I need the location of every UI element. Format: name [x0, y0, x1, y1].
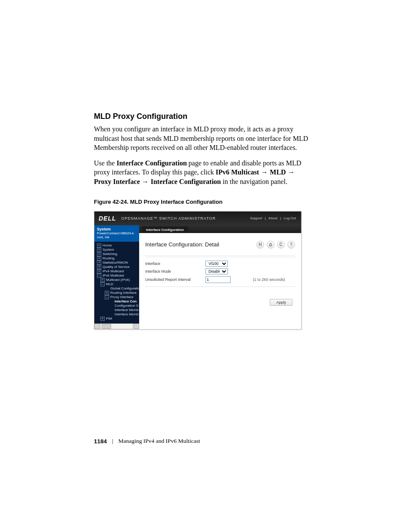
input-report-interval[interactable]: [206, 276, 230, 283]
tree-toggle-icon[interactable]: +: [97, 256, 101, 261]
help-icon[interactable]: ?: [287, 241, 295, 249]
tree-item-label: Global Configuratio: [110, 286, 139, 291]
row-report-interval: Unsolicited Report Interval (1 to 260 se…: [145, 275, 295, 284]
header-links: Support | About | Log Out: [249, 216, 297, 220]
tree-item-label: IPv4 Multicast: [103, 269, 124, 274]
link-logout[interactable]: Log Out: [283, 216, 297, 220]
tree-toggle-icon[interactable]: +: [97, 269, 101, 274]
refresh-icon[interactable]: C: [277, 241, 285, 249]
tree-item-label: Quality of Service: [103, 265, 130, 269]
tree-item[interactable]: +Quality of Service: [96, 265, 139, 269]
page-footer: 1184 | Managing IPv4 and IPv6 Multicast: [94, 438, 200, 445]
page-number: 1184: [94, 438, 107, 445]
action-icons: H ⎙ C ?: [256, 241, 295, 249]
panel-title: Interface Configuration: Detail: [145, 241, 219, 248]
tree-item[interactable]: Global Configuratio: [96, 286, 139, 291]
footer-separator: |: [112, 438, 113, 445]
nav-tree: =Home+System+Switching+Routing+Statistic…: [94, 242, 139, 324]
apply-button[interactable]: Apply: [270, 299, 293, 306]
paragraph-1: When you configure an interface in MLD p…: [94, 124, 309, 152]
system-title: System: [97, 227, 137, 231]
tree-item-label: Interface Memb: [115, 312, 139, 317]
row-interface-mode: Interface Mode Disable: [145, 268, 295, 275]
print-icon[interactable]: ⎙: [267, 241, 274, 249]
arrow-icon: →: [259, 168, 270, 176]
tree-toggle-icon[interactable]: +: [97, 252, 101, 256]
main-panel: Interface Configuration Interface Config…: [139, 225, 301, 329]
page-body: MLD Proxy Configuration When you configu…: [94, 112, 309, 330]
tree-item-label: PIM: [106, 317, 112, 321]
scroll-thumb[interactable]: [102, 324, 111, 329]
tree-item[interactable]: +Routing: [96, 256, 139, 261]
tree-item[interactable]: Interface Con: [96, 299, 139, 304]
tree-item[interactable]: Interface Memb: [96, 308, 139, 312]
tree-item[interactable]: -IPv6 Multicast: [96, 274, 139, 278]
select-interface-mode[interactable]: Disable: [206, 268, 228, 274]
row-interface: Interface Vl100: [145, 260, 295, 268]
tree-item-label: Switching: [103, 252, 117, 256]
divider: |: [264, 216, 267, 220]
tree-toggle-icon[interactable]: +: [97, 248, 101, 252]
system-device: PowerConnect M8024-k: [97, 231, 137, 235]
tab-interface-configuration[interactable]: Interface Configuration: [142, 227, 188, 233]
system-user: root, r/w: [97, 235, 137, 239]
tree-toggle-icon[interactable]: +: [100, 317, 105, 321]
tree-item[interactable]: +IPv4 Multicast: [96, 269, 139, 274]
bc4: Interface Configuration: [151, 178, 221, 185]
p2-a: Use the: [94, 159, 116, 167]
save-icon[interactable]: H: [256, 241, 264, 249]
arrow-icon: →: [140, 178, 151, 185]
bc3: Proxy Interface: [94, 178, 140, 185]
tree-item-label: Home: [103, 243, 112, 248]
tree-item[interactable]: +System: [96, 248, 139, 252]
tree-toggle-icon[interactable]: -: [100, 282, 105, 286]
divider: [145, 286, 295, 287]
tree-item[interactable]: +Multicast (IPv6): [96, 278, 139, 282]
tree-item[interactable]: Interface Memb: [96, 312, 139, 317]
select-interface[interactable]: Vl100: [206, 261, 228, 267]
tree-toggle-icon[interactable]: +: [100, 278, 105, 282]
tree-item[interactable]: Configuration S: [96, 304, 139, 308]
tree-item[interactable]: +Routing Interface: [96, 291, 139, 295]
tree-item[interactable]: +Statistics/RMON: [96, 261, 139, 265]
screenshot: DELL OPENMANAGE™ SWITCH ADMINISTRATOR Su…: [94, 211, 302, 330]
tree-toggle-icon[interactable]: +: [97, 265, 101, 269]
tree-item-label: Configuration S: [115, 304, 138, 308]
tree-toggle-icon[interactable]: -: [97, 274, 101, 278]
app-title: OPENMANAGE™ SWITCH ADMINISTRATOR: [121, 216, 216, 221]
link-about[interactable]: About: [268, 216, 278, 220]
p2-link: Interface Configuration: [116, 159, 187, 167]
tree-item-label: MLD: [106, 282, 113, 286]
tree-item-label: Routing: [103, 256, 115, 261]
bc2: MLD: [270, 168, 286, 176]
divider: [145, 255, 295, 256]
scroll-track[interactable]: [100, 324, 133, 329]
label-report-interval: Unsolicited Report Interval: [145, 277, 206, 282]
p2-c: in the navigation panel.: [221, 178, 287, 185]
bc1: IPv6 Multicast: [216, 168, 259, 176]
tree-item[interactable]: =Home: [96, 243, 139, 248]
scroll-left-icon[interactable]: ‹: [94, 324, 100, 329]
tree-toggle-icon[interactable]: =: [97, 243, 101, 248]
system-block: System PowerConnect M8024-k root, r/w: [94, 225, 139, 242]
tree-item-label: System: [103, 248, 114, 252]
paragraph-2: Use the Interface Configuration page to …: [94, 159, 309, 187]
tree-item[interactable]: -Proxy Interface: [96, 295, 139, 299]
tree-toggle-icon[interactable]: +: [105, 291, 109, 295]
sidebar: System PowerConnect M8024-k root, r/w =H…: [94, 225, 139, 329]
horizontal-scrollbar[interactable]: ‹ ›: [94, 324, 139, 329]
link-support[interactable]: Support: [249, 216, 263, 220]
scroll-right-icon[interactable]: ›: [134, 324, 139, 329]
section-title: MLD Proxy Configuration: [94, 112, 309, 121]
tree-item[interactable]: -MLD: [96, 282, 139, 286]
tree-item-label: Interface Con: [115, 299, 137, 304]
tree-item-label: IPv6 Multicast: [103, 274, 124, 278]
app-header: DELL OPENMANAGE™ SWITCH ADMINISTRATOR Su…: [94, 212, 301, 225]
tree-toggle-icon[interactable]: +: [97, 261, 101, 265]
divider: [145, 257, 295, 257]
dell-logo: DELL: [99, 215, 116, 222]
tree-item-label: Routing Interface: [110, 291, 137, 295]
tree-item[interactable]: +Switching: [96, 252, 139, 256]
tree-toggle-icon[interactable]: -: [105, 295, 109, 299]
tree-item[interactable]: +PIM: [96, 317, 139, 321]
